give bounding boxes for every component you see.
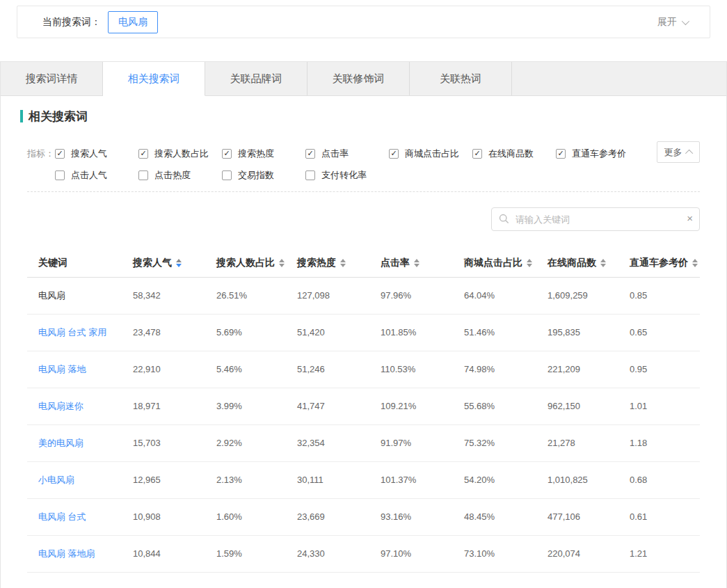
metric-ztc-ref-price[interactable]: 直通车参考价 — [556, 148, 639, 160]
metric-click-heat[interactable]: 点击热度 — [138, 169, 222, 182]
checkbox-label: 直通车参考价 — [572, 148, 626, 160]
column-header[interactable]: 搜索人数占比 — [216, 257, 286, 269]
value-cell: 1.18 — [618, 424, 700, 461]
value-cell: 93.16% — [369, 498, 453, 535]
tab-related-hot-terms[interactable]: 关联热词 — [410, 62, 512, 96]
checkbox-icon[interactable] — [222, 149, 232, 159]
checkbox-icon[interactable] — [389, 149, 399, 159]
metric-click-rate[interactable]: 点击率 — [305, 148, 389, 160]
keyword-cell[interactable]: 电风扇迷你 — [27, 388, 122, 424]
close-icon[interactable]: × — [687, 212, 693, 224]
main-panel: 搜索词详情相关搜索词关联品牌词关联修饰词关联热词 相关搜索词 指标： 搜索人气搜… — [0, 61, 727, 588]
metric-trade-index[interactable]: 交易指数 — [222, 169, 305, 182]
table-row: 电风扇 台式 家用23,4785.69%51,420101.85%51.46%1… — [27, 314, 700, 351]
value-cell: 10,908 — [122, 498, 205, 535]
column-label: 搜索人气 — [133, 257, 172, 269]
value-cell: 0.61 — [618, 498, 700, 535]
keyword-search-input[interactable] — [491, 207, 700, 231]
chevron-up-icon — [685, 149, 692, 157]
column-header[interactable]: 搜索热度 — [297, 257, 369, 269]
metric-search-popularity[interactable]: 搜索人气 — [55, 148, 138, 160]
checkbox-icon[interactable] — [472, 149, 482, 159]
value-cell: 127,098 — [286, 277, 369, 314]
value-cell: 10,844 — [122, 535, 205, 572]
tab-label: 相关搜索词 — [128, 72, 180, 86]
checkbox-icon[interactable] — [222, 170, 232, 180]
keyword-cell[interactable]: 美的电风扇 — [27, 424, 122, 461]
value-cell: 30,111 — [286, 461, 369, 498]
checkbox-icon[interactable] — [55, 149, 65, 159]
value-cell: 101.37% — [369, 461, 453, 498]
column-label: 点击率 — [381, 257, 410, 269]
value-cell: 221,209 — [536, 351, 618, 388]
sort-arrows-icon[interactable] — [600, 259, 606, 267]
keyword-cell[interactable]: 电风扇 台式 — [27, 498, 122, 535]
value-cell: 22,910 — [122, 351, 205, 388]
column-header[interactable]: 在线商品数 — [548, 257, 618, 269]
keyword-cell[interactable]: 电风扇 落地 — [27, 351, 122, 388]
tab-related-brand-terms[interactable]: 关联品牌词 — [205, 62, 307, 96]
sort-arrows-icon[interactable] — [279, 259, 285, 267]
checkbox-icon[interactable] — [138, 170, 148, 180]
keyword-cell[interactable]: 小电风扇 — [27, 461, 122, 498]
more-button[interactable]: 更多 — [657, 141, 700, 163]
value-cell: 51,246 — [286, 351, 369, 388]
value-cell: 5.69% — [205, 314, 286, 351]
column-header[interactable]: 搜索人气 — [133, 257, 205, 269]
column-header[interactable]: 直通车参考价 — [630, 257, 700, 269]
checkbox-icon[interactable] — [138, 149, 148, 159]
keyword-cell[interactable]: 电风扇 落地扇 — [27, 535, 122, 572]
value-cell: 0.65 — [618, 314, 700, 351]
keyword-cell[interactable]: 电风扇 台式 家用 — [27, 314, 122, 351]
sort-arrows-icon[interactable] — [692, 259, 698, 267]
checkbox-label: 点击人气 — [71, 169, 107, 182]
value-cell: 55.68% — [453, 388, 536, 424]
value-cell: 477,106 — [536, 498, 618, 535]
metric-search-heat[interactable]: 搜索热度 — [222, 148, 305, 160]
column-label: 直通车参考价 — [630, 257, 688, 269]
value-cell: 18,971 — [122, 388, 205, 424]
keyword-tag[interactable]: 电风扇 — [108, 11, 158, 33]
metric-click-popularity[interactable]: 点击人气 — [55, 169, 138, 182]
value-cell: 1,010,825 — [536, 461, 618, 498]
checkbox-icon[interactable] — [305, 149, 315, 159]
sort-arrows-icon[interactable] — [527, 259, 532, 267]
tab-search-term-detail[interactable]: 搜索词详情 — [1, 62, 103, 96]
metrics-label: 指标： — [27, 148, 55, 160]
metric-mall-click-ratio[interactable]: 商城点击占比 — [389, 148, 472, 160]
search-row: × — [27, 207, 700, 231]
value-cell: 26.51% — [205, 277, 286, 314]
column-header[interactable]: 点击率 — [381, 257, 453, 269]
metric-pay-conversion[interactable]: 支付转化率 — [305, 169, 389, 182]
table-row: 电风扇 落地22,9105.46%51,246110.53%74.98%221,… — [27, 351, 700, 388]
value-cell: 0.68 — [618, 461, 700, 498]
metric-search-people-ratio[interactable]: 搜索人数占比 — [138, 148, 222, 160]
sort-arrows-icon[interactable] — [340, 259, 346, 267]
chevron-down-icon — [682, 17, 689, 24]
checkbox-label: 搜索人气 — [71, 148, 107, 160]
value-cell: 23,478 — [122, 314, 205, 351]
checkbox-icon[interactable] — [556, 149, 566, 159]
tab-related-modifier-terms[interactable]: 关联修饰词 — [307, 62, 410, 96]
tab-label: 关联热词 — [440, 72, 481, 86]
column-header[interactable]: 商城点击占比 — [464, 257, 536, 269]
tab-related-search-terms[interactable]: 相关搜索词 — [103, 62, 205, 96]
value-cell: 220,074 — [536, 535, 618, 572]
value-cell: 48.45% — [453, 498, 536, 535]
expand-button[interactable]: 展开 — [657, 16, 687, 29]
checkbox-icon[interactable] — [305, 170, 315, 180]
tab-bar: 搜索词详情相关搜索词关联品牌词关联修饰词关联热词 — [1, 61, 726, 96]
checkbox-icon[interactable] — [55, 170, 65, 180]
checkbox-label: 支付转化率 — [321, 169, 367, 182]
value-cell: 3.99% — [205, 388, 286, 424]
tab-label: 关联品牌词 — [230, 72, 282, 86]
value-cell: 1.21 — [618, 535, 700, 572]
table-row: 电风扇 落地扇10,8441.59%24,33097.10%73.10%220,… — [27, 535, 700, 572]
sort-arrows-icon[interactable] — [414, 259, 420, 267]
sort-arrows-icon[interactable] — [176, 259, 182, 267]
metric-online-products[interactable]: 在线商品数 — [472, 148, 556, 160]
value-cell: 1.59% — [205, 535, 286, 572]
column-label: 商城点击占比 — [464, 257, 522, 269]
more-label: 更多 — [664, 146, 682, 159]
current-search-term-bar: 当前搜索词： 电风扇 展开 — [17, 6, 710, 38]
